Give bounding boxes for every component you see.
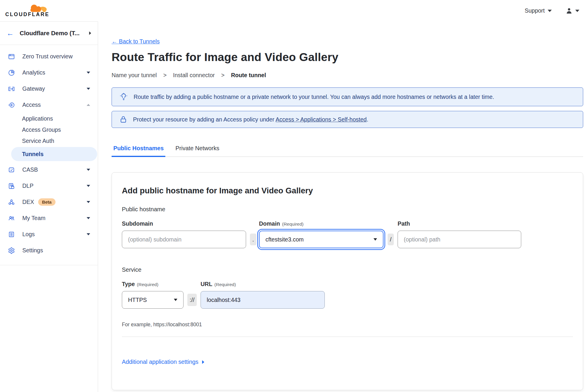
cloudflare-logo[interactable]: CLOUDFLARE (5, 2, 52, 19)
chevron-down-icon (87, 88, 90, 90)
access-policy-text: Protect your resource by adding an Acces… (133, 116, 368, 123)
sidebar-item-tunnels-active[interactable]: Tunnels (11, 147, 97, 161)
account-switcher[interactable]: ← Cloudflare Demo (T... (0, 22, 98, 45)
back-arrow-icon[interactable]: ← (6, 30, 14, 37)
card-divider (122, 337, 573, 337)
service-field-row: Type(Required) HTTPS :// URL(Required) (122, 281, 573, 309)
sidebar-item-gateway[interactable]: Gateway (0, 81, 98, 97)
sub-item-label: Service Auth (22, 138, 54, 144)
additional-settings-label: Additional application settings (122, 359, 199, 365)
dlp-icon (8, 182, 15, 190)
sub-item-label: Applications (22, 115, 53, 122)
sidebar-item-dlp[interactable]: DLP (0, 178, 98, 194)
logo-wordmark: CLOUDFLARE (5, 11, 50, 18)
chevron-down-icon (174, 299, 177, 301)
overview-icon (8, 53, 15, 60)
beta-badge: Beta (38, 198, 55, 206)
sidebar-item-access-groups[interactable]: Access Groups (0, 124, 98, 135)
type-label: Type(Required) (122, 281, 184, 288)
sidebar-item-label: DLP (22, 183, 33, 189)
breadcrumb-separator: > (163, 72, 166, 79)
analytics-pie-icon (8, 69, 15, 77)
chevron-down-icon (87, 217, 90, 219)
chevron-down-icon (87, 201, 90, 203)
sidebar-item-access[interactable]: Access (0, 97, 98, 113)
breadcrumb-step-name-your-tunnel[interactable]: Name your tunnel (112, 72, 157, 79)
sidebar-item-label: CASB (22, 166, 38, 173)
service-url-input[interactable] (201, 291, 325, 309)
domain-selected-value: cftestsite3.com (265, 236, 304, 243)
tip-banner-text: Route traffic by adding a public hostnam… (134, 94, 494, 100)
sub-item-label: Access Groups (22, 126, 61, 133)
type-selected-value: HTTPS (128, 297, 147, 303)
gear-icon (8, 247, 15, 254)
sidebar-item-logs[interactable]: Logs (0, 226, 98, 242)
subdomain-label: Subdomain (122, 220, 246, 227)
sidebar-item-label: Gateway (22, 85, 45, 92)
team-icon (8, 214, 15, 222)
hostname-field-row: Subdomain . Domain(Required) cftestsite3… (122, 220, 573, 248)
service-group-label: Service (122, 266, 573, 273)
domain-field-group: Domain(Required) cftestsite3.com (259, 220, 384, 248)
breadcrumb: Name your tunnel > Install connector > R… (112, 72, 583, 79)
access-policy-banner: Protect your resource by adding an Acces… (112, 111, 583, 128)
access-icon (8, 101, 15, 109)
sidebar-item-applications[interactable]: Applications (0, 113, 98, 124)
chevron-down-icon (87, 72, 90, 74)
sidebar-item-analytics[interactable]: Analytics (0, 65, 98, 81)
chevron-down-icon (87, 169, 90, 171)
sidebar-item-settings[interactable]: Settings (0, 242, 98, 258)
path-label: Path (398, 220, 521, 227)
account-name: Cloudflare Demo (T... (20, 30, 80, 37)
access-applications-link[interactable]: Access > Applications > Self-hosted (276, 116, 367, 123)
tab-public-hostnames[interactable]: Public Hostnames (112, 145, 165, 157)
lock-icon (120, 116, 127, 123)
path-field-group: Path (398, 220, 521, 248)
tab-private-networks[interactable]: Private Networks (174, 145, 221, 156)
sidebar-item-casb[interactable]: CASB (0, 162, 98, 178)
gateway-icon (8, 85, 15, 93)
path-input[interactable] (398, 231, 521, 248)
breadcrumb-step-install-connector[interactable]: Install connector (173, 72, 215, 79)
sidebar-item-label: Settings (22, 247, 43, 254)
sidebar-divider (0, 265, 98, 265)
access-policy-prefix: Protect your resource by adding an Acces… (133, 116, 274, 123)
chevron-up-icon (87, 104, 90, 106)
sidebar-item-my-team[interactable]: My Team (0, 210, 98, 226)
sidebar-item-zero-trust-overview[interactable]: Zero Trust overview (0, 48, 98, 65)
public-hostname-group-label: Public hostname (122, 206, 573, 213)
sidebar-item-label: My Team (22, 215, 46, 222)
domain-select[interactable]: cftestsite3.com (259, 231, 384, 248)
back-to-tunnels-link[interactable]: ← Back to Tunnels (112, 38, 160, 45)
sidebar-item-label: Access (22, 102, 41, 108)
chevron-down-icon (87, 185, 90, 187)
card-title: Add public hostname for Image and Video … (122, 186, 573, 195)
chevron-right-icon (89, 31, 91, 35)
main-content: ← Back to Tunnels Route Traffic for Imag… (98, 0, 587, 392)
sidebar-item-label: Logs (22, 231, 35, 238)
chevron-right-icon (202, 360, 204, 364)
type-field-group: Type(Required) HTTPS (122, 281, 184, 309)
sidebar-item-service-auth[interactable]: Service Auth (0, 135, 98, 146)
access-policy-suffix: . (367, 116, 368, 123)
subdomain-input[interactable] (122, 231, 246, 248)
required-hint: (Required) (282, 222, 304, 227)
hostname-tabs: Public Hostnames Private Networks (112, 145, 583, 157)
slash-separator: / (388, 234, 394, 245)
dot-separator: . (250, 234, 256, 245)
url-label: URL(Required) (201, 281, 325, 288)
scheme-separator: :// (187, 294, 197, 306)
url-field-group: URL(Required) (201, 281, 325, 309)
sidebar-item-label: DEX (22, 199, 34, 205)
sidebar-item-label: Zero Trust overview (22, 53, 73, 60)
additional-settings-toggle[interactable]: Additional application settings (122, 359, 204, 365)
chevron-down-icon (374, 238, 377, 241)
required-hint: (Required) (214, 282, 236, 287)
service-type-select[interactable]: HTTPS (122, 291, 184, 309)
sub-item-label: Tunnels (22, 151, 43, 158)
breadcrumb-separator: > (221, 72, 224, 79)
subdomain-field-group: Subdomain (122, 220, 246, 248)
sidebar-item-dex[interactable]: DEX Beta (0, 194, 98, 210)
logs-icon (8, 231, 15, 238)
breadcrumb-step-route-tunnel: Route tunnel (231, 72, 266, 79)
